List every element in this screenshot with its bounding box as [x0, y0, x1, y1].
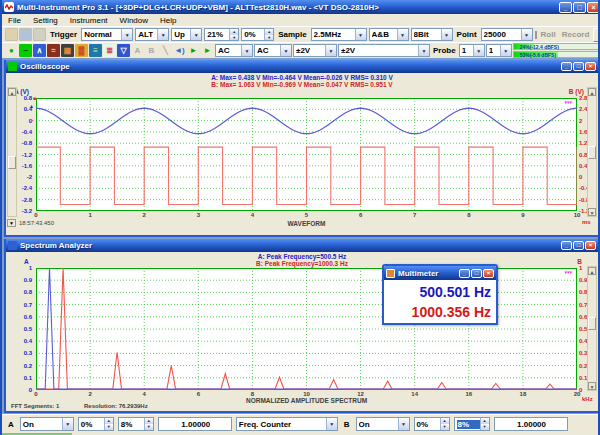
input-a-icon[interactable]: A [131, 44, 144, 57]
trigger-level-spinner[interactable]: 21%▲▼ [204, 28, 239, 41]
chevron-down-icon[interactable]: ▼ [190, 29, 201, 40]
sample-rate-select[interactable]: 2.5MHz▼ [311, 28, 367, 41]
maximize-button[interactable]: □ [573, 241, 584, 250]
points-select[interactable]: 25000▼ [481, 28, 533, 41]
channel-a-state-select[interactable]: On▼ [20, 417, 74, 431]
trigger-source-select[interactable]: ALT▼ [135, 28, 169, 41]
menu-item-instrument[interactable]: Instrument [64, 16, 114, 25]
chevron-down-icon[interactable]: ▼ [355, 29, 366, 40]
run-icon[interactable]: ● [5, 44, 18, 57]
spectrum-title-bar[interactable]: Spectrum Analyzer _ □ × [6, 239, 598, 252]
chevron-down-icon[interactable]: ▼ [521, 29, 532, 40]
scope-left-slider[interactable]: ▲ [7, 87, 17, 217]
chevron-down-icon[interactable]: ▼ [326, 418, 337, 430]
trigger-mode-select[interactable]: Normal▼ [81, 28, 133, 41]
range-b-select[interactable]: ±2V▼ [338, 44, 430, 57]
maximize-button[interactable]: □ [573, 2, 586, 13]
scroll-down-icon[interactable]: ▼ [588, 208, 596, 216]
function-select[interactable]: Freq. Counter▼ [236, 417, 338, 431]
marker-cluster[interactable]: ▾▾▾ [564, 270, 572, 275]
close-button[interactable]: × [585, 62, 596, 71]
minimize-button[interactable]: _ [561, 62, 572, 71]
b-factor-input[interactable]: 1.00000 [494, 417, 568, 431]
multimeter-window[interactable]: Multimeter _ □ × 500.501 Hz 1000.356 Hz [382, 264, 498, 325]
slider-thumb[interactable] [588, 146, 596, 159]
spectrum-3d-plot-icon[interactable]: ▓ [75, 44, 88, 57]
chevron-down-icon[interactable]: ▼ [441, 29, 452, 40]
chevron-down-icon[interactable]: ▼ [398, 418, 409, 430]
trigger-delay-spinner[interactable]: 0%▲▼ [241, 28, 274, 41]
timestamp-dropdown-icon[interactable]: ▼ [7, 219, 16, 227]
chevron-down-icon[interactable]: ▼ [500, 45, 511, 56]
scroll-up-icon[interactable]: ▲ [588, 267, 596, 275]
oscilloscope-title-bar[interactable]: Oscilloscope _ □ × [6, 60, 598, 73]
range-a-select[interactable]: ±2V▼ [293, 44, 337, 57]
print-icon[interactable] [33, 28, 46, 41]
scroll-down-icon[interactable]: ▼ [588, 382, 596, 390]
x-tick-label: 6 [353, 212, 369, 218]
channel-b-state-select[interactable]: On▼ [356, 417, 410, 431]
signal-generator-icon[interactable]: ≈ [47, 44, 60, 57]
chevron-down-icon[interactable]: ▼ [157, 29, 168, 40]
sound-device-icon[interactable]: ◄) [173, 44, 186, 57]
trigger-position-marker[interactable]: ▾▾▾ [564, 100, 572, 105]
chevron-down-icon[interactable]: ▼ [280, 45, 291, 56]
scroll-up-icon[interactable]: ▲ [588, 88, 596, 96]
data-logger-icon[interactable]: ≡ [89, 44, 102, 57]
bit-depth-select[interactable]: 8Bit▼ [411, 28, 453, 41]
save-file-icon[interactable] [19, 28, 32, 41]
chevron-down-icon[interactable]: ▼ [241, 45, 252, 56]
menu-item-file[interactable]: File [2, 16, 27, 25]
menu-item-window[interactable]: Window [114, 16, 154, 25]
multimeter-icon[interactable]: ▦ [61, 44, 74, 57]
spectrum-analyzer-icon[interactable]: ∧ [33, 44, 46, 57]
waveform-plot[interactable]: ■ ▲ ► ▾▾▾ [36, 98, 577, 211]
maximize-button[interactable]: □ [471, 269, 482, 278]
multimeter-title-bar[interactable]: Multimeter _ □ × [384, 266, 496, 280]
close-button[interactable]: × [483, 269, 494, 278]
channel-select[interactable]: A&B▼ [369, 28, 409, 41]
oscilloscope-icon[interactable]: ~ [19, 44, 32, 57]
roll-checkbox[interactable] [535, 31, 537, 39]
minimize-button[interactable]: _ [559, 2, 572, 13]
chevron-down-icon[interactable]: ▼ [62, 418, 73, 430]
calibration-icon[interactable]: ╲ [159, 44, 172, 57]
menu-item-help[interactable]: Help [154, 16, 182, 25]
coupling-a-select[interactable]: AC▼ [215, 44, 253, 57]
coupling-b-select[interactable]: AC▼ [254, 44, 292, 57]
minimize-button[interactable]: _ [561, 241, 572, 250]
probe-b-select[interactable]: 1▼ [486, 44, 512, 57]
close-button[interactable]: × [585, 241, 596, 250]
a-factor-input[interactable]: 1.00000 [158, 417, 232, 431]
channel-a-zero-marker[interactable]: ▲ [29, 104, 34, 109]
scope-right-slider[interactable]: ▲ ▼ [587, 87, 597, 217]
trigger-level-marker[interactable]: ■ [33, 96, 36, 101]
channel-b-zero-marker[interactable]: ► [30, 118, 35, 123]
slider-thumb[interactable] [588, 317, 596, 330]
minimize-button[interactable]: _ [459, 269, 470, 278]
ddp-viewer-icon[interactable]: ≣ [103, 44, 116, 57]
scroll-up-icon[interactable]: ▲ [8, 88, 16, 96]
b-high-threshold-spinner[interactable]: 8%▲▼ [454, 417, 490, 431]
auto-button[interactable]: Auto [593, 28, 600, 42]
chevron-down-icon[interactable]: ▼ [418, 45, 429, 56]
chevron-down-icon[interactable]: ▼ [473, 45, 484, 56]
menu-item-setting[interactable]: Setting [27, 16, 64, 25]
maximize-button[interactable]: □ [573, 62, 584, 71]
input-b-icon[interactable]: B [145, 44, 158, 57]
close-button[interactable]: × [587, 2, 600, 13]
chevron-down-icon[interactable]: ▼ [325, 45, 336, 56]
play-loop-icon[interactable]: ► [201, 44, 214, 57]
b-low-threshold-spinner[interactable]: 0%▲▼ [414, 417, 450, 431]
a-high-threshold-spinner[interactable]: 8%▲▼ [118, 417, 154, 431]
slider-thumb[interactable] [8, 156, 16, 169]
open-file-icon[interactable] [5, 28, 18, 41]
play-icon[interactable]: ► [187, 44, 200, 57]
a-low-threshold-spinner[interactable]: 0%▲▼ [78, 417, 114, 431]
device-test-plan-icon[interactable]: ▽ [117, 44, 130, 57]
chevron-down-icon[interactable]: ▼ [121, 29, 132, 40]
trigger-edge-select[interactable]: Up▼ [171, 28, 202, 41]
spectrum-right-slider[interactable]: ▲ ▼ [587, 266, 597, 391]
chevron-down-icon[interactable]: ▼ [397, 29, 408, 40]
probe-a-select[interactable]: 1▼ [459, 44, 485, 57]
